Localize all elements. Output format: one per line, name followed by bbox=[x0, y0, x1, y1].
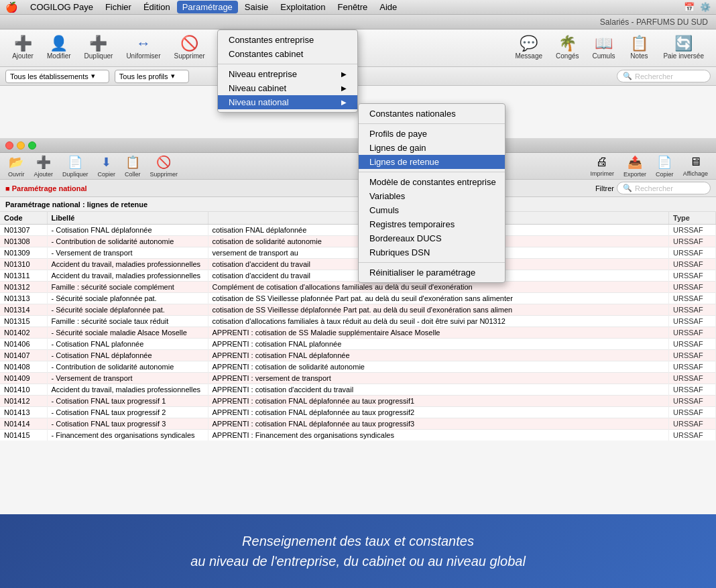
menu-niveau-entreprise[interactable]: Niveau entreprise ▶ bbox=[218, 67, 357, 81]
menu-rubriques[interactable]: Rubriques DSN bbox=[359, 245, 505, 259]
menu-constantes-nationales[interactable]: Constantes nationales bbox=[359, 107, 505, 121]
table-row[interactable]: N01409 - Versement de transport APPRENTI… bbox=[0, 373, 716, 384]
table-row[interactable]: N01415 - Financement des organisations s… bbox=[0, 430, 716, 441]
display-button[interactable]: 🖥 Affichage bbox=[680, 154, 711, 178]
cumuls-label: Cumuls bbox=[593, 52, 615, 60]
filter-placeholder: Rechercher bbox=[635, 184, 673, 192]
search-field[interactable]: 🔍 Rechercher bbox=[617, 70, 711, 82]
menubar-parametrage[interactable]: Paramétrage bbox=[177, 1, 238, 13]
cell-type: URSSAF bbox=[669, 327, 716, 339]
menu-reinitialiser[interactable]: Réinitialiser le paramétrage bbox=[359, 266, 505, 280]
maximize-button[interactable] bbox=[28, 141, 36, 150]
table-row[interactable]: N01414 - Cotisation FNAL taux progressif… bbox=[0, 418, 716, 430]
conges-icon: 🌴 bbox=[558, 36, 577, 51]
message-button[interactable]: 💬 Message bbox=[511, 34, 546, 62]
menu-parametrage[interactable]: Constantes entreprise Constantes cabinet… bbox=[217, 30, 358, 113]
cell-label: - Versement de transport bbox=[47, 373, 208, 384]
menu-niveau-national[interactable]: Niveau national ▶ bbox=[218, 95, 357, 109]
table-row[interactable]: N01314 - Sécurité sociale déplafonnée pa… bbox=[0, 304, 716, 316]
print-button[interactable]: 🖨 Imprimer bbox=[588, 154, 617, 178]
calendar-icon[interactable]: 📅 bbox=[684, 2, 695, 12]
cell-type: URSSAF bbox=[669, 339, 716, 350]
paie-inversee-button[interactable]: 🔄 Paie inversée bbox=[659, 34, 708, 62]
table-row[interactable]: N01410 Accident du travail, maladies pro… bbox=[0, 384, 716, 396]
delete-button[interactable]: 🚫 Supprimer bbox=[170, 34, 209, 62]
menubar-fenetre[interactable]: Fenêtre bbox=[332, 1, 373, 13]
dup2-button[interactable]: 📄 Dupliquer bbox=[60, 154, 91, 179]
menubar-exploitation[interactable]: Exploitation bbox=[275, 1, 331, 13]
export-button[interactable]: 📤 Exporter bbox=[621, 154, 649, 179]
cell-type: URSSAF bbox=[669, 304, 716, 316]
cell-code: N01406 bbox=[0, 339, 47, 350]
copy2-button[interactable]: 📄 Copier bbox=[653, 154, 676, 179]
duplicate-button[interactable]: ➕ Dupliquer bbox=[80, 34, 117, 62]
menu-lignes-retenue[interactable]: Lignes de retenue bbox=[359, 155, 505, 169]
table-row[interactable]: N01407 - Cotisation FNAL déplafonnée APP… bbox=[0, 350, 716, 361]
table-row[interactable]: N01402 - Sécurité sociale maladie Alsace… bbox=[0, 327, 716, 339]
add2-label: Ajouter bbox=[34, 171, 54, 178]
menubar: 🍎 COGILOG Paye Fichier Édition Paramétra… bbox=[0, 0, 716, 15]
cell-code: N01313 bbox=[0, 293, 47, 304]
gear-icon[interactable]: ⚙️ bbox=[700, 2, 711, 12]
menu-niveau-cabinet[interactable]: Niveau cabinet ▶ bbox=[218, 81, 357, 95]
etablissements-select[interactable]: Tous les établissements ▾ bbox=[5, 70, 109, 83]
cell-desc: APPRENTI : cotisation FNAL déplafonnée a… bbox=[208, 407, 669, 418]
minimize-button[interactable] bbox=[17, 141, 25, 150]
cumuls-button[interactable]: 📖 Cumuls bbox=[589, 34, 619, 62]
profils-select[interactable]: Tous les profils ▾ bbox=[115, 70, 189, 83]
table-row[interactable]: N01315 Famille : sécurité sociale taux r… bbox=[0, 316, 716, 327]
menubar-aide[interactable]: Aide bbox=[374, 1, 402, 13]
copy-button[interactable]: ⬇ Copier bbox=[95, 154, 119, 179]
col-type: Type bbox=[669, 212, 716, 225]
menu-niveau-national-submenu[interactable]: Constantes nationales Profils de paye Li… bbox=[358, 103, 505, 283]
add2-icon: ➕ bbox=[36, 155, 51, 170]
menubar-edition[interactable]: Édition bbox=[138, 1, 176, 13]
menu-variables[interactable]: Variables bbox=[359, 189, 505, 203]
paste-label: Coller bbox=[125, 171, 141, 178]
search-icon: 🔍 bbox=[623, 72, 632, 80]
cell-label: - Sécurité sociale déplafonnée pat. bbox=[47, 304, 208, 316]
apple-menu[interactable]: 🍎 bbox=[5, 1, 18, 13]
add2-button[interactable]: ➕ Ajouter bbox=[32, 154, 56, 179]
conges-button[interactable]: 🌴 Congés bbox=[552, 34, 583, 62]
menu-profils-paye[interactable]: Profils de paye bbox=[359, 127, 505, 141]
cell-type: URSSAF bbox=[669, 225, 716, 236]
table-row[interactable]: N01412 - Cotisation FNAL taux progressif… bbox=[0, 396, 716, 407]
cell-type: URSSAF bbox=[669, 293, 716, 304]
cell-type: URSSAF bbox=[669, 236, 716, 247]
menubar-app[interactable]: COGILOG Paye bbox=[25, 1, 99, 13]
menu-sep1 bbox=[218, 64, 357, 64]
menu-constantes-entreprise[interactable]: Constantes entreprise bbox=[218, 33, 357, 47]
table-row[interactable]: N01312 Famille : sécurité sociale complé… bbox=[0, 282, 716, 293]
profils-value: Tous les profils bbox=[119, 72, 168, 80]
cell-desc: cotisation de SS Vieillesse déplafonnée … bbox=[208, 304, 669, 316]
submenu-arrow3: ▶ bbox=[341, 99, 347, 106]
delete2-label: Supprimer bbox=[150, 171, 178, 178]
table-row[interactable]: N01406 - Cotisation FNAL plafonnée APPRE… bbox=[0, 339, 716, 350]
paste-button[interactable]: 📋 Coller bbox=[122, 154, 143, 179]
menu-cumuls[interactable]: Cumuls bbox=[359, 203, 505, 217]
uniformize-button[interactable]: ↔ Uniformiser bbox=[122, 34, 164, 62]
notes-button[interactable]: 📋 Notes bbox=[624, 34, 654, 62]
menubar-saisie[interactable]: Saisie bbox=[239, 1, 274, 13]
table-row[interactable]: N01413 - Cotisation FNAL taux progressif… bbox=[0, 407, 716, 418]
delete2-button[interactable]: 🚫 Supprimer bbox=[147, 154, 181, 179]
menu-registres[interactable]: Registres temporaires bbox=[359, 217, 505, 231]
cell-code: N01310 bbox=[0, 259, 47, 270]
cell-code: N01415 bbox=[0, 430, 47, 441]
menubar-fichier[interactable]: Fichier bbox=[100, 1, 137, 13]
table-row[interactable]: N01313 - Sécurité sociale plafonnée pat.… bbox=[0, 293, 716, 304]
cell-desc: APPRENTI : versement de transport bbox=[208, 373, 669, 384]
modify-button[interactable]: 👤 Modifier bbox=[43, 34, 75, 62]
export-icon: 📤 bbox=[628, 155, 642, 170]
filter-search[interactable]: 🔍 Rechercher bbox=[617, 182, 711, 194]
open-button[interactable]: 📂 Ouvrir bbox=[5, 154, 27, 179]
menu-constantes-cabinet[interactable]: Constantes cabinet bbox=[218, 47, 357, 61]
menu-bordereaux[interactable]: Bordereaux DUCS bbox=[359, 231, 505, 245]
menu-modele-constantes[interactable]: Modèle de constantes entreprise bbox=[359, 175, 505, 189]
cell-label: - Financement des organisations syndical… bbox=[47, 430, 208, 441]
add-button[interactable]: ➕ Ajouter bbox=[8, 34, 38, 62]
close-button[interactable] bbox=[5, 141, 13, 150]
table-row[interactable]: N01408 - Contribution de solidarité auto… bbox=[0, 361, 716, 373]
menu-lignes-gain[interactable]: Lignes de gain bbox=[359, 141, 505, 155]
